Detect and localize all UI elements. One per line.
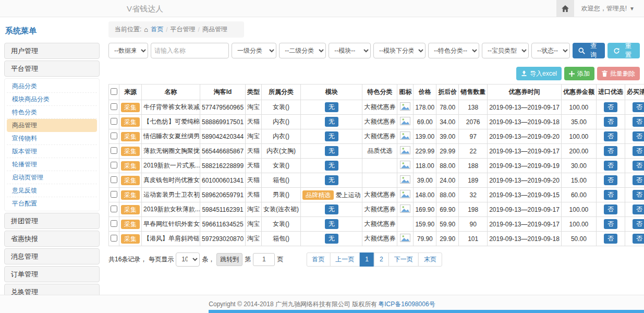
- filter-select-6[interactable]: --宝贝类型--: [482, 43, 529, 58]
- breadcrumb-home-link[interactable]: 首页: [151, 25, 163, 34]
- cell-product-name: 【港风】单肩斜跨链条...: [142, 232, 200, 246]
- name-search-input[interactable]: [151, 43, 229, 58]
- sidebar-group-省惠快报[interactable]: 省惠快报: [4, 231, 100, 247]
- pager-button-首页[interactable]: 首页: [306, 252, 330, 267]
- select-all-checkbox[interactable]: [111, 88, 117, 95]
- sidebar-group-拼团管理[interactable]: 拼团管理: [4, 213, 100, 229]
- chevron-down-icon: ▼: [629, 6, 635, 11]
- sidebar-group-消息管理[interactable]: 消息管理: [4, 248, 100, 264]
- cell-sales: 101: [459, 232, 488, 246]
- filter-select-1[interactable]: 一级分类: [232, 43, 276, 58]
- must-buy-toggle[interactable]: 否: [633, 131, 644, 141]
- home-icon: ⌂: [144, 26, 148, 33]
- must-buy-toggle[interactable]: 否: [633, 146, 644, 156]
- icp-link[interactable]: 粤ICP备16098006号: [378, 300, 435, 309]
- import-select-toggle[interactable]: 否: [604, 219, 617, 229]
- cell-module: 无: [301, 129, 362, 144]
- per-page-select[interactable]: 10: [176, 252, 200, 267]
- row-checkbox[interactable]: [111, 103, 117, 110]
- sidebar-item-轮播管理[interactable]: 轮播管理: [7, 158, 97, 171]
- import-select-toggle[interactable]: 否: [604, 190, 617, 200]
- sidebar-item-启动页管理[interactable]: 启动页管理: [7, 171, 97, 184]
- import-select-toggle[interactable]: 否: [604, 234, 617, 244]
- row-checkbox[interactable]: [111, 118, 117, 125]
- sidebar-item-特色分类[interactable]: 特色分类: [7, 106, 97, 119]
- breadcrumb-item[interactable]: 商品管理: [202, 25, 227, 34]
- module-badge: 无: [325, 204, 338, 214]
- filter-select-5[interactable]: --特色分类--: [428, 43, 479, 58]
- import-select-toggle[interactable]: 否: [604, 146, 617, 156]
- sidebar-group-用户管理[interactable]: 用户管理: [4, 43, 100, 59]
- import-select-toggle[interactable]: 否: [604, 131, 617, 141]
- column-header-优惠券时间: 优惠券时间: [488, 85, 562, 100]
- cell-product-name: 2019新款一片式系...: [142, 159, 200, 173]
- import-select-toggle[interactable]: 否: [604, 102, 617, 112]
- must-buy-toggle[interactable]: 否: [633, 204, 644, 214]
- reset-button[interactable]: 重置: [607, 43, 640, 58]
- row-checkbox[interactable]: [111, 235, 117, 242]
- add-button[interactable]: 添加: [564, 67, 594, 80]
- row-checkbox[interactable]: [111, 191, 117, 198]
- jump-button[interactable]: 跳转到: [216, 253, 242, 266]
- import-select-toggle[interactable]: 否: [604, 175, 617, 185]
- import-select-toggle[interactable]: 否: [604, 117, 617, 127]
- cell-product-name: 【七色纺】可爱纯棉家...: [142, 115, 200, 129]
- sidebar-item-意见反馈[interactable]: 意见反馈: [7, 184, 97, 197]
- cell-product-name: 运动套装男士卫衣初秋...: [142, 188, 200, 202]
- row-checkbox[interactable]: [111, 162, 117, 168]
- cell-taoke-id: 588216228899: [200, 159, 246, 173]
- must-buy-toggle[interactable]: 否: [633, 117, 644, 127]
- batch-delete-button[interactable]: 批量删除: [597, 67, 640, 80]
- import-select-toggle[interactable]: 否: [604, 204, 617, 214]
- cell-sales: 189: [459, 173, 488, 188]
- sidebar-item-模块商品分类[interactable]: 模块商品分类: [7, 93, 97, 106]
- pager-button-2[interactable]: 2: [374, 252, 389, 267]
- must-buy-toggle[interactable]: 否: [633, 175, 644, 185]
- user-menu[interactable]: 欢迎您，管理员! ▼: [574, 4, 644, 13]
- layout: 系统菜单 用户管理平台管理商品分类模块商品分类特色分类商品管理宣传物料版本管理轮…: [0, 17, 644, 313]
- filter-select-4[interactable]: --模块下分类--: [373, 43, 426, 58]
- row-checkbox[interactable]: [111, 176, 117, 183]
- product-thumb-icon: [400, 234, 410, 242]
- sidebar-item-商品分类[interactable]: 商品分类: [7, 80, 97, 93]
- search-button[interactable]: 查询: [573, 43, 605, 58]
- filter-select-7[interactable]: --状态--: [531, 43, 570, 58]
- filter-select-2[interactable]: --二级分类--: [279, 43, 326, 58]
- sidebar-group-订单管理[interactable]: 订单管理: [4, 266, 100, 282]
- home-icon-button[interactable]: [556, 0, 574, 17]
- row-checkbox[interactable]: [111, 133, 117, 139]
- column-header-折后价: 折后价: [436, 85, 459, 100]
- cell-feature-category: 大额优惠券: [362, 217, 397, 232]
- pager-button-上一页[interactable]: 上一页: [330, 252, 360, 267]
- row-checkbox[interactable]: [111, 220, 117, 227]
- sidebar-item-宣传物料[interactable]: 宣传物料: [7, 132, 97, 145]
- row-checkbox[interactable]: [111, 206, 117, 212]
- cell-coupon-amount: 200.00: [561, 144, 596, 159]
- cell-import-select: 否: [596, 232, 625, 246]
- sidebar-item-版本管理[interactable]: 版本管理: [7, 145, 97, 158]
- pager-button-末页[interactable]: 末页: [418, 252, 442, 267]
- pager-button-下一页[interactable]: 下一页: [388, 252, 419, 267]
- must-buy-toggle[interactable]: 否: [633, 190, 644, 200]
- cell-price: 39.00: [414, 173, 436, 188]
- sidebar-item-商品管理[interactable]: 商品管理: [7, 119, 97, 132]
- pager-button-1[interactable]: 1: [359, 252, 374, 267]
- must-buy-toggle[interactable]: 否: [633, 102, 644, 112]
- row-checkbox[interactable]: [111, 147, 117, 154]
- sidebar-group-平台管理[interactable]: 平台管理: [4, 61, 100, 77]
- must-buy-toggle[interactable]: 否: [633, 234, 644, 244]
- must-buy-toggle[interactable]: 否: [633, 219, 644, 229]
- filter-select-3[interactable]: --模块--: [329, 43, 371, 58]
- filter-select-source[interactable]: --数据来源--: [108, 43, 148, 58]
- breadcrumb-item[interactable]: 平台管理: [171, 25, 196, 34]
- sidebar-item-平台配置[interactable]: 平台配置: [7, 197, 97, 210]
- cell-taoke-id: 598451162391: [200, 202, 246, 217]
- must-buy-toggle[interactable]: 否: [633, 161, 644, 171]
- import-select-toggle[interactable]: 否: [604, 161, 617, 171]
- cell-coupon-amount: 100.00: [561, 129, 596, 144]
- cell-coupon-amount: 60.00: [561, 188, 596, 202]
- page-number-input[interactable]: [253, 253, 275, 266]
- table-row: 采集【港风】单肩斜跨链条...597293020870淘宝箱包()无大额优惠券7…: [109, 232, 644, 246]
- cell-price: 159.90: [414, 217, 436, 232]
- import-excel-button[interactable]: 导入excel: [516, 67, 562, 80]
